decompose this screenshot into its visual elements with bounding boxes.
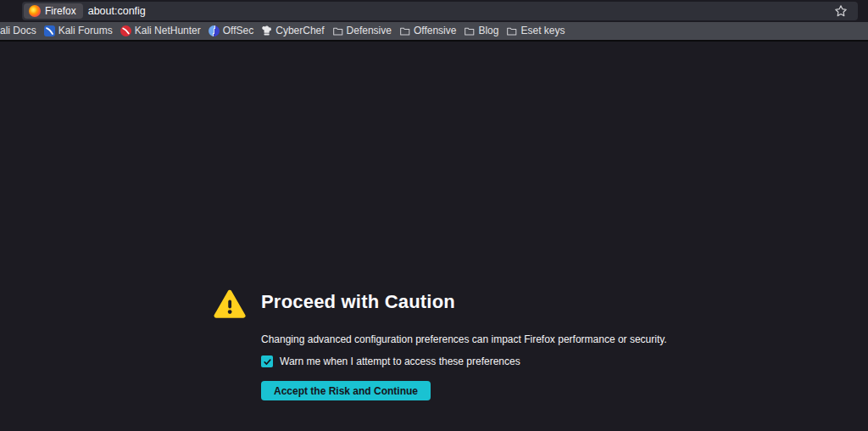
firefox-logo-icon: [29, 5, 41, 17]
bookmark-offsec[interactable]: OffSec: [209, 22, 253, 40]
warning-description: Changing advanced configuration preferen…: [261, 333, 667, 345]
bookmark-label: Defensive: [347, 22, 392, 40]
bookmark-star-icon[interactable]: [834, 4, 848, 18]
bookmark-cyberchef[interactable]: CyberChef: [261, 22, 324, 40]
warn-me-checkbox-label: Warn me when I attempt to access these p…: [280, 355, 520, 367]
bookmark-label: Offensive: [414, 22, 456, 40]
identity-chip[interactable]: Firefox: [24, 3, 83, 19]
bookmark-kali-nethunter[interactable]: Kali NetHunter: [120, 22, 201, 40]
identity-label: Firefox: [45, 5, 76, 17]
cyberchef-icon: [261, 25, 272, 36]
bookmarks-toolbar: ali Docs Kali Forums Kali NetHunter OffS…: [0, 22, 868, 42]
warning-body: Proceed with Caution Changing advanced c…: [261, 287, 667, 400]
bookmark-kali-forums[interactable]: Kali Forums: [44, 22, 113, 40]
caution-warning-box: Proceed with Caution Changing advanced c…: [214, 287, 667, 400]
page-content: Proceed with Caution Changing advanced c…: [0, 42, 868, 431]
offsec-icon: [209, 25, 220, 36]
page-title: Proceed with Caution: [261, 291, 667, 313]
folder-icon: [332, 25, 343, 36]
bookmark-label: OffSec: [223, 22, 253, 40]
bookmark-folder-offensive[interactable]: Offensive: [399, 22, 456, 40]
bookmark-label: Eset keys: [520, 22, 565, 40]
url-text[interactable]: about:config: [88, 5, 834, 17]
bookmark-folder-defensive[interactable]: Defensive: [332, 22, 392, 40]
folder-icon: [464, 25, 475, 36]
warning-triangle-icon: [214, 288, 246, 321]
bookmark-label: Kali Forums: [58, 22, 113, 40]
kali-forums-icon: [44, 25, 55, 36]
kali-nethunter-icon: [120, 25, 131, 36]
navigation-toolbar: Firefox about:config: [0, 0, 868, 22]
bookmark-label: Blog: [478, 22, 498, 40]
bookmark-folder-blog[interactable]: Blog: [464, 22, 498, 40]
accept-risk-button[interactable]: Accept the Risk and Continue: [261, 381, 431, 400]
warn-me-checkbox-row[interactable]: Warn me when I attempt to access these p…: [261, 355, 667, 367]
folder-icon: [399, 25, 410, 36]
url-bar[interactable]: Firefox about:config: [22, 2, 858, 20]
folder-icon: [506, 25, 517, 36]
warn-me-checkbox[interactable]: [261, 355, 273, 367]
bookmark-label: Kali NetHunter: [135, 22, 201, 40]
bookmark-label: ali Docs: [0, 22, 36, 40]
bookmark-kali-docs[interactable]: ali Docs: [0, 22, 36, 40]
bookmark-folder-eset-keys[interactable]: Eset keys: [506, 22, 565, 40]
bookmark-label: CyberChef: [275, 22, 324, 40]
